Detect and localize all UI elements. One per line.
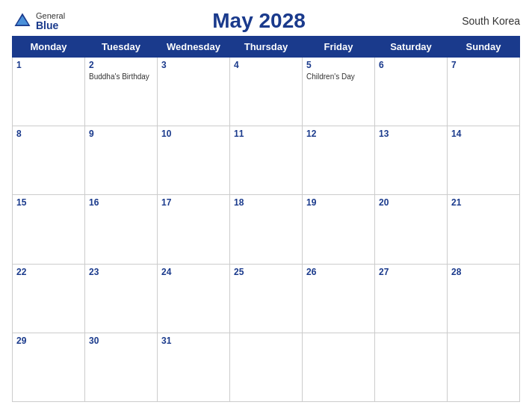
day-number: 11 — [234, 129, 298, 139]
day-number: 1 — [16, 60, 81, 70]
day-number: 16 — [89, 197, 153, 208]
logo-text: General Blue — [36, 12, 65, 31]
week-row-4: 22232425262728 — [13, 264, 520, 333]
logo-general-text: General — [36, 12, 65, 20]
day-number: 6 — [379, 60, 443, 70]
cell-3-3: 25 — [230, 264, 303, 333]
day-number: 18 — [234, 197, 298, 208]
cell-0-0: 1 — [13, 58, 85, 126]
logo-icon — [12, 10, 33, 31]
cell-1-1: 9 — [85, 126, 158, 195]
calendar-header: General Blue May 2028 South Korea — [12, 9, 520, 33]
cell-0-5: 6 — [375, 58, 448, 126]
day-number: 22 — [16, 267, 81, 277]
cell-1-0: 8 — [13, 126, 85, 195]
weekday-header-row: Monday Tuesday Wednesday Thursday Friday… — [13, 37, 520, 58]
day-number: 19 — [306, 197, 371, 208]
cell-3-1: 23 — [85, 264, 158, 333]
cell-4-2: 31 — [158, 333, 230, 401]
day-number: 14 — [451, 129, 516, 139]
calendar-title: May 2028 — [65, 9, 453, 33]
holiday-label: Children's Day — [306, 72, 371, 81]
cell-3-0: 22 — [13, 264, 85, 333]
day-number: 27 — [379, 267, 443, 277]
day-number: 26 — [306, 267, 371, 277]
day-number: 13 — [379, 129, 443, 139]
cell-4-4 — [303, 333, 375, 401]
cell-2-4: 19 — [303, 195, 375, 264]
day-number: 30 — [89, 336, 153, 346]
cell-4-6 — [448, 333, 520, 401]
cell-4-0: 29 — [13, 333, 85, 401]
cell-0-4: 5Children's Day — [303, 58, 375, 126]
cell-2-6: 21 — [448, 195, 520, 264]
holiday-label: Buddha's Birthday — [89, 72, 153, 81]
logo-blue-text: Blue — [36, 20, 65, 31]
day-number: 24 — [161, 267, 226, 277]
day-number: 29 — [16, 336, 81, 346]
cell-2-5: 20 — [375, 195, 448, 264]
header-sunday: Sunday — [448, 37, 520, 58]
cell-0-2: 3 — [158, 58, 230, 126]
calendar-table: Monday Tuesday Wednesday Thursday Friday… — [12, 36, 520, 402]
cell-2-2: 17 — [158, 195, 230, 264]
cell-3-5: 27 — [375, 264, 448, 333]
cell-4-5 — [375, 333, 448, 401]
day-number: 25 — [234, 267, 298, 277]
day-number: 17 — [161, 197, 226, 208]
header-friday: Friday — [303, 37, 375, 58]
cell-3-4: 26 — [303, 264, 375, 333]
header-wednesday: Wednesday — [158, 37, 230, 58]
day-number: 3 — [161, 60, 226, 70]
cell-4-3 — [230, 333, 303, 401]
week-row-1: 12Buddha's Birthday345Children's Day67 — [13, 58, 520, 126]
day-number: 31 — [161, 336, 226, 346]
week-row-5: 293031 — [13, 333, 520, 401]
cell-3-2: 24 — [158, 264, 230, 333]
header-thursday: Thursday — [230, 37, 303, 58]
cell-1-6: 14 — [448, 126, 520, 195]
cell-1-5: 13 — [375, 126, 448, 195]
cell-2-0: 15 — [13, 195, 85, 264]
cell-0-3: 4 — [230, 58, 303, 126]
day-number: 12 — [306, 129, 371, 139]
cell-0-6: 7 — [448, 58, 520, 126]
day-number: 8 — [16, 129, 81, 139]
cell-1-2: 10 — [158, 126, 230, 195]
day-number: 9 — [89, 129, 153, 139]
cell-3-6: 28 — [448, 264, 520, 333]
week-row-3: 15161718192021 — [13, 195, 520, 264]
country-label: South Korea — [453, 15, 520, 27]
cell-1-3: 11 — [230, 126, 303, 195]
cell-4-1: 30 — [85, 333, 158, 401]
cell-0-1: 2Buddha's Birthday — [85, 58, 158, 126]
week-row-2: 891011121314 — [13, 126, 520, 195]
day-number: 20 — [379, 197, 443, 208]
day-number: 4 — [234, 60, 298, 70]
logo: General Blue — [12, 10, 65, 31]
day-number: 15 — [16, 197, 81, 208]
header-saturday: Saturday — [375, 37, 448, 58]
day-number: 28 — [451, 267, 516, 277]
day-number: 23 — [89, 267, 153, 277]
day-number: 21 — [451, 197, 516, 208]
day-number: 5 — [306, 60, 371, 70]
cell-1-4: 12 — [303, 126, 375, 195]
header-tuesday: Tuesday — [85, 37, 158, 58]
day-number: 10 — [161, 129, 226, 139]
cell-2-1: 16 — [85, 195, 158, 264]
header-monday: Monday — [13, 37, 85, 58]
day-number: 2 — [89, 60, 153, 70]
cell-2-3: 18 — [230, 195, 303, 264]
day-number: 7 — [451, 60, 516, 70]
